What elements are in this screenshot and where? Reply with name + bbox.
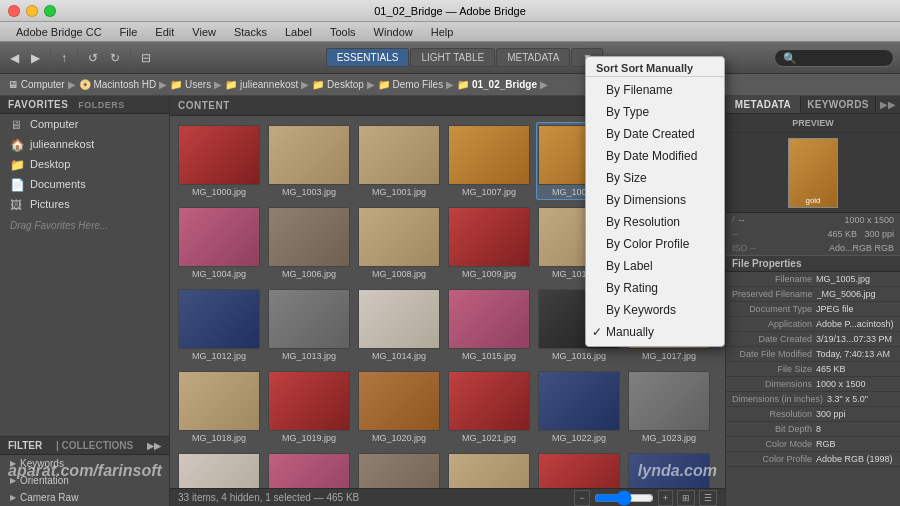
right-panel-options[interactable]: ▶▶: [876, 96, 900, 113]
thumb-item[interactable]: MG_1018.jpg: [176, 368, 262, 446]
list-view-button[interactable]: ☰: [699, 490, 717, 506]
left-panel: FAVORITES FOLDERS 🖥 Computer 🏠 julieanne…: [0, 96, 170, 506]
rotate-left-button[interactable]: ↺: [84, 49, 102, 67]
sort-item-by-resolution[interactable]: By Resolution: [586, 211, 724, 233]
meta-row: FilenameMG_1005.jpg: [726, 272, 900, 287]
fav-documents[interactable]: 📄 Documents: [0, 174, 169, 194]
toolbar-separator: [50, 49, 51, 67]
right-panel: METADATA KEYWORDS ▶▶ PREVIEW gold / -- 1…: [725, 96, 900, 506]
menu-edit[interactable]: Edit: [147, 24, 182, 40]
fav-pictures[interactable]: 🖼 Pictures: [0, 194, 169, 214]
menu-view[interactable]: View: [184, 24, 224, 40]
thumb-item[interactable]: MG_1024.jpg: [176, 450, 262, 488]
sort-item-manually[interactable]: Manually: [586, 321, 724, 343]
breadcrumb-demo[interactable]: 📁 Demo Files: [378, 79, 443, 90]
up-button[interactable]: ↑: [57, 49, 71, 67]
rotate-right-button[interactable]: ↻: [106, 49, 124, 67]
breadcrumb-desktop[interactable]: 📁 Desktop: [312, 79, 363, 90]
thumb-item[interactable]: MG_1025.jpg: [266, 450, 352, 488]
thumb-item[interactable]: MG_1007.jpg: [446, 122, 532, 200]
thumb-item[interactable]: MG_1021.jpg: [446, 368, 532, 446]
menu-label[interactable]: Label: [277, 24, 320, 40]
meta-key: Dimensions (in inches): [732, 394, 823, 404]
tab-keywords-right[interactable]: KEYWORDS: [801, 96, 876, 113]
favorites-list: 🖥 Computer 🏠 julieannekost 📁 Desktop 📄 D…: [0, 114, 169, 436]
home-icon: 🏠: [10, 138, 24, 150]
menu-file[interactable]: File: [112, 24, 146, 40]
thumb-item[interactable]: MG_1022.jpg: [536, 368, 622, 446]
thumb-item[interactable]: MG_1013.jpg: [266, 286, 352, 364]
thumb-item[interactable]: MG_1006.jpg: [266, 204, 352, 282]
thumb-item[interactable]: MG_1028.jpg: [536, 450, 622, 488]
zoom-in-button[interactable]: +: [658, 490, 673, 506]
meta-value: MG_1005.jpg: [816, 274, 894, 284]
sort-item-by-filename[interactable]: By Filename: [586, 79, 724, 101]
sort-item-by-dimensions[interactable]: By Dimensions: [586, 189, 724, 211]
search-input[interactable]: [774, 49, 894, 67]
sort-item-by-keywords[interactable]: By Keywords: [586, 299, 724, 321]
thumb-item[interactable]: MG_1001.jpg: [356, 122, 442, 200]
thumb-item[interactable]: MG_1027.jpg: [446, 450, 532, 488]
thumb-item[interactable]: MG_1020.jpg: [356, 368, 442, 446]
fav-desktop[interactable]: 📁 Desktop: [0, 154, 169, 174]
menu-stacks[interactable]: Stacks: [226, 24, 275, 40]
menu-tools[interactable]: Tools: [322, 24, 364, 40]
meta-row: Preserved Filename_MG_5006.jpg: [726, 287, 900, 302]
thumb-item[interactable]: MG_1008.jpg: [356, 204, 442, 282]
toolbar: ◀ ▶ ↑ ↺ ↻ ⊟ ESSENTIALS LIGHT TABLE METAD…: [0, 42, 900, 74]
breadcrumb-users[interactable]: 📁 Users: [170, 79, 211, 90]
breadcrumb-computer[interactable]: 🖥 Computer: [8, 79, 65, 90]
fav-computer[interactable]: 🖥 Computer: [0, 114, 169, 134]
close-button[interactable]: [8, 5, 20, 17]
menu-help[interactable]: Help: [423, 24, 462, 40]
thumb-item[interactable]: MG_1012.jpg: [176, 286, 262, 364]
breadcrumb-macintosh[interactable]: 📀 Macintosh HD: [79, 79, 157, 90]
sort-item-by-date-modified[interactable]: By Date Modified: [586, 145, 724, 167]
sort-dropdown: Sort Sort ManuallyBy FilenameBy TypeBy D…: [585, 56, 725, 347]
tab-light-table[interactable]: LIGHT TABLE: [410, 48, 495, 67]
filter-camera-raw[interactable]: ▶ Camera Raw: [0, 489, 169, 506]
workspace-tabs: ESSENTIALS LIGHT TABLE METADATA ▼: [326, 48, 604, 67]
sort-item-by-date-created[interactable]: By Date Created: [586, 123, 724, 145]
fav-home[interactable]: 🏠 julieannekost: [0, 134, 169, 154]
tab-essentials[interactable]: ESSENTIALS: [326, 48, 410, 67]
thumb-item[interactable]: MG_1026.jpg: [356, 450, 442, 488]
sort-dropdown-header: Sort Sort Manually: [586, 60, 724, 77]
sort-item-by-color-profile[interactable]: By Color Profile: [586, 233, 724, 255]
thumb-item[interactable]: MG_1009.jpg: [446, 204, 532, 282]
menu-adobe-bridge-cc[interactable]: Adobe Bridge CC: [8, 24, 110, 40]
thumb-item[interactable]: MG_1000.jpg: [176, 122, 262, 200]
filter-keywords[interactable]: ▶ Keywords: [0, 455, 169, 472]
sort-item-by-rating[interactable]: By Rating: [586, 277, 724, 299]
filter-header: FILTER | COLLECTIONS ▶▶: [0, 437, 169, 455]
sort-item-by-type[interactable]: By Type: [586, 101, 724, 123]
meta-row: Date File ModifiedToday, 7:40:13 AM: [726, 347, 900, 362]
filter-orientation[interactable]: ▶ Orientation: [0, 472, 169, 489]
thumb-item[interactable]: MG_1003.jpg: [266, 122, 352, 200]
sort-item-by-size[interactable]: By Size: [586, 167, 724, 189]
breadcrumb-user[interactable]: 📁 julieannekost: [225, 79, 298, 90]
tab-metadata[interactable]: METADATA: [496, 48, 570, 67]
thumb-item[interactable]: MG_1023.jpg: [626, 368, 712, 446]
sort-item-by-label[interactable]: By Label: [586, 255, 724, 277]
forward-button[interactable]: ▶: [27, 49, 44, 67]
grid-view-button[interactable]: ⊞: [677, 490, 695, 506]
status-text: 33 items, 4 hidden, 1 selected — 465 KB: [178, 492, 359, 503]
minimize-button[interactable]: [26, 5, 38, 17]
zoom-slider[interactable]: [594, 490, 654, 506]
breadcrumb-current[interactable]: 📁 01_02_Bridge: [457, 79, 537, 90]
meta-row: Color ProfileAdobe RGB (1998): [726, 452, 900, 467]
back-button[interactable]: ◀: [6, 49, 23, 67]
meta-key: Dimensions: [732, 379, 812, 389]
thumb-item[interactable]: MG_1015.jpg: [446, 286, 532, 364]
zoom-out-button[interactable]: −: [574, 490, 589, 506]
statusbar: 33 items, 4 hidden, 1 selected — 465 KB …: [170, 488, 725, 506]
menu-window[interactable]: Window: [366, 24, 421, 40]
tab-metadata-right[interactable]: METADATA: [726, 96, 801, 113]
thumb-item[interactable]: MG_1019.jpg: [266, 368, 352, 446]
open-recent-button[interactable]: ⊟: [137, 49, 155, 67]
thumb-item[interactable]: MG_1014.jpg: [356, 286, 442, 364]
thumb-item[interactable]: MG_1004.jpg: [176, 204, 262, 282]
maximize-button[interactable]: [44, 5, 56, 17]
thumb-item[interactable]: MG_1029.jpg: [626, 450, 712, 488]
